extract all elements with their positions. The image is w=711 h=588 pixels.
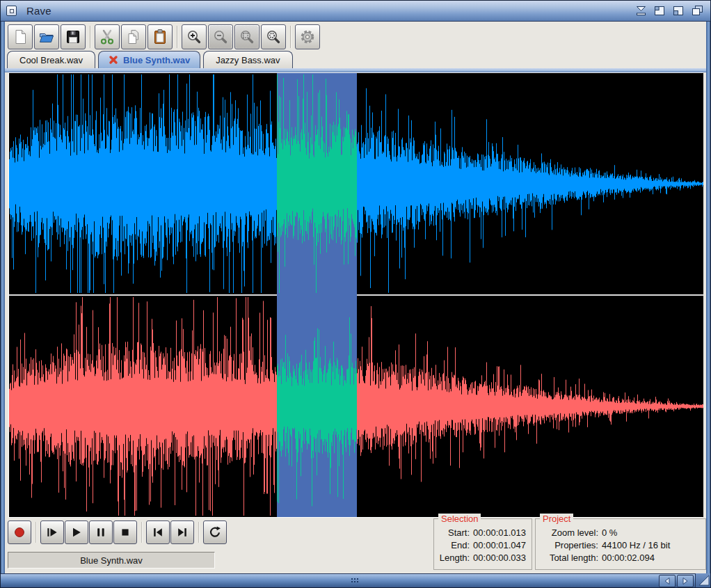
selection-end-row: End: 00:00:01.047 [438, 539, 526, 552]
go-to-end-icon [175, 525, 189, 539]
zoom-out-button [208, 24, 233, 49]
zoom-in-button[interactable] [182, 24, 207, 49]
copy-button[interactable] [121, 24, 146, 49]
title-bar[interactable]: Rave [1, 1, 710, 22]
zoom-selection-button[interactable] [261, 24, 286, 49]
close-x-icon[interactable] [109, 55, 118, 65]
horizontal-scrollbar[interactable] [1, 573, 710, 587]
go-to-end-button[interactable] [170, 521, 194, 544]
transport-controls [8, 521, 227, 544]
new-file-icon [12, 29, 29, 45]
selection-panel-title: Selection [438, 514, 481, 524]
cut-scissors-icon [99, 29, 115, 45]
window-content: Cool Break.wav Blue Synth.wav Jazzy Bass… [5, 22, 706, 573]
waveform-panel [8, 72, 703, 518]
scroll-left-button[interactable] [659, 575, 676, 587]
tab-jazzy-bass[interactable]: Jazzy Bass.wav [203, 51, 292, 68]
selection-start-row: Start: 00:00:01.013 [438, 527, 526, 539]
tab-cool-break[interactable]: Cool Break.wav [7, 51, 95, 68]
settings-button[interactable] [295, 24, 320, 49]
project-rows: Zoom level: 0 % Properties: 44100 Hz / 1… [536, 519, 705, 564]
transport-separator [198, 522, 199, 543]
resize-corner-icon [696, 573, 711, 587]
record-icon [12, 525, 27, 540]
zoom-in-icon [186, 29, 202, 45]
paste-clipboard-icon [152, 29, 168, 45]
selection-rows: Start: 00:00:01.013 End: 00:00:01.047 Le… [434, 519, 532, 564]
tab-blue-synth[interactable]: Blue Synth.wav [98, 51, 200, 68]
scrollbar-grip[interactable] [351, 578, 360, 584]
scroll-right-button[interactable] [677, 575, 694, 587]
toolbar-separator [90, 26, 90, 48]
open-folder-icon [38, 29, 55, 45]
project-zoom-row: Zoom level: 0 % [540, 527, 700, 539]
iconify-gadget[interactable] [633, 4, 648, 17]
close-gadget-icon [10, 9, 14, 13]
toolbar-separator [177, 26, 177, 48]
current-file-label: Blue Synth.wav [80, 555, 143, 566]
pause-icon [94, 525, 108, 539]
window-border-right [706, 22, 710, 573]
play-icon [70, 525, 83, 539]
iconify-icon [634, 5, 648, 17]
project-properties-row: Properties: 44100 Hz / 16 bit [540, 539, 700, 552]
zoom-out-icon [212, 29, 229, 45]
open-file-button[interactable] [34, 24, 59, 49]
waveform-canvas[interactable] [9, 73, 703, 517]
file-tabs: Cool Break.wav Blue Synth.wav Jazzy Bass… [7, 51, 293, 68]
go-to-start-icon [151, 525, 165, 539]
depth-gadget-icon [691, 5, 704, 17]
record-button[interactable] [8, 521, 31, 544]
window-title: Rave [26, 5, 51, 17]
zoom-gadget-icon [653, 5, 666, 17]
window-close-gadget[interactable] [6, 6, 17, 16]
arrow-left-icon [663, 577, 671, 585]
zoom-fit-button [234, 24, 259, 49]
scroll-buttons [659, 575, 694, 587]
play-button[interactable] [65, 521, 88, 544]
new-file-button[interactable] [8, 24, 33, 49]
zoom-fit-icon [239, 29, 255, 45]
depth-gadget[interactable] [689, 4, 705, 17]
tab-label: Blue Synth.wav [123, 55, 190, 65]
project-panel: Project Zoom level: 0 % Properties: 4410… [535, 518, 706, 570]
go-to-start-button[interactable] [146, 521, 170, 544]
save-file-button[interactable] [61, 24, 86, 49]
notebook-strip [5, 68, 706, 72]
paste-button[interactable] [147, 24, 173, 49]
status-bar: Blue Synth.wav [8, 552, 215, 569]
copy-pages-icon [125, 29, 142, 45]
project-total-length-row: Total length: 00:00:02.094 [540, 552, 700, 564]
zoom-selection-icon [265, 29, 282, 45]
arrow-right-icon [681, 577, 689, 585]
project-panel-title: Project [540, 514, 573, 524]
transport-separator [141, 522, 142, 543]
app-window: Rave [0, 0, 711, 588]
loop-icon [208, 525, 222, 539]
zoom-gadget[interactable] [652, 4, 667, 17]
selection-panel: Selection Start: 00:00:01.013 End: 00:00… [433, 518, 532, 570]
tab-label: Jazzy Bass.wav [216, 55, 280, 65]
window-gadgets [633, 4, 705, 17]
settings-gear-icon [299, 29, 316, 45]
stop-button[interactable] [113, 521, 137, 544]
tab-label: Cool Break.wav [19, 55, 83, 65]
shade-gadget[interactable] [671, 4, 686, 17]
shade-gadget-icon [672, 5, 685, 17]
toolbar-separator [290, 26, 291, 48]
toolbar [8, 24, 321, 50]
transport-separator [35, 522, 36, 543]
cut-button[interactable] [95, 24, 120, 49]
loop-button[interactable] [203, 521, 227, 544]
pause-button[interactable] [89, 521, 113, 544]
play-from-cursor-icon [45, 525, 59, 539]
resize-corner[interactable] [695, 573, 710, 587]
stop-icon [118, 525, 132, 539]
save-floppy-icon [65, 29, 81, 45]
selection-length-row: Length: 00:00:00.033 [438, 552, 526, 564]
play-from-cursor-button[interactable] [40, 521, 64, 544]
